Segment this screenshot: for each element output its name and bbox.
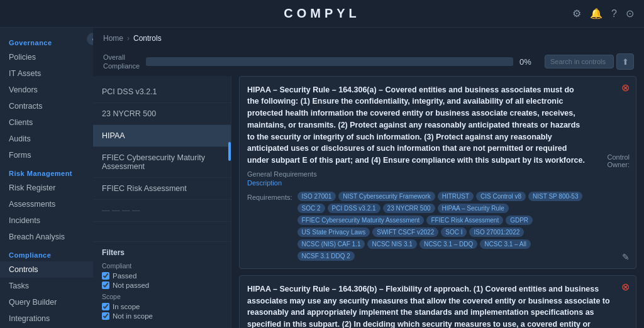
- breadcrumb-separator: ›: [127, 34, 130, 43]
- sidebar-section-governance: Governance: [0, 33, 93, 49]
- tag[interactable]: NCSC 3.1 – DDQ: [419, 239, 477, 249]
- search-controls: ⬆: [545, 53, 634, 70]
- sidebar-item-breach-analysis[interactable]: Breach Analysis: [0, 229, 93, 245]
- sidebar-item-controls[interactable]: Controls: [0, 261, 93, 278]
- compliance-bar: Overall Compliance 0% ⬆: [93, 49, 644, 76]
- scope-label: Scope: [102, 293, 222, 300]
- framework-item-23nycrr[interactable]: 23 NYCRR 500: [93, 103, 231, 125]
- sidebar-item-assessments[interactable]: Assessments: [0, 196, 93, 212]
- filter-in-scope[interactable]: In scope: [102, 303, 222, 310]
- control-card-1: HIPAA – Security Rule – 164.306(a) – Cov…: [239, 76, 636, 269]
- sidebar: ‹ Governance Policies IT Assets Vendors …: [0, 28, 93, 328]
- tag[interactable]: NIST Cybersecurity Framework: [338, 192, 435, 201]
- tag[interactable]: ISO 27001:2022: [469, 227, 524, 237]
- sidebar-item-audits[interactable]: Audits: [0, 131, 93, 147]
- sidebar-section-compliance: Compliance: [0, 245, 93, 261]
- tag[interactable]: ISO 27001: [297, 192, 336, 201]
- control-close-button-1[interactable]: ⊗: [621, 83, 630, 93]
- sidebar-item-clients[interactable]: Clients: [0, 114, 93, 131]
- user-icon[interactable]: ⊙: [626, 8, 634, 19]
- breadcrumb: Home › Controls: [93, 28, 644, 49]
- framework-item-ffiec-cyber[interactable]: FFIEC Cybersecurity Maturity Assessment: [93, 147, 231, 178]
- framework-list: PCI DSS v3.2.1 23 NYCRR 500 HIPAA FFIEC …: [93, 76, 231, 241]
- tag[interactable]: GDPR: [506, 216, 533, 225]
- control-title-1: HIPAA – Security Rule – 164.306(a) – Cov…: [247, 84, 586, 167]
- main-layout: ‹ Governance Policies IT Assets Vendors …: [0, 28, 644, 328]
- filter-not-in-scope-checkbox[interactable]: [102, 312, 109, 320]
- tag[interactable]: HIPAA – Security Rule: [438, 204, 509, 213]
- left-panel: PCI DSS v3.2.1 23 NYCRR 500 HIPAA FFIEC …: [93, 76, 231, 328]
- tag[interactable]: PCI DSS v3.2.1: [328, 204, 380, 213]
- framework-item-other[interactable]: — — — —: [93, 200, 231, 222]
- framework-item-pci[interactable]: PCI DSS v3.2.1: [93, 81, 231, 103]
- sidebar-section-risk: Risk Management: [0, 163, 93, 180]
- compliance-percent: 0%: [519, 57, 538, 67]
- breadcrumb-home[interactable]: Home: [103, 34, 123, 43]
- header-icons: ⚙ 🔔 ? ⊙: [572, 8, 634, 19]
- content-area: Home › Controls Overall Compliance 0% ⬆: [93, 28, 644, 328]
- sidebar-item-contracts[interactable]: Contracts: [0, 98, 93, 114]
- sidebar-item-incidents[interactable]: Incidents: [0, 212, 93, 229]
- right-panel: HIPAA – Security Rule – 164.306(a) – Cov…: [231, 76, 644, 328]
- tag[interactable]: FFIEC Risk Assessment: [426, 216, 503, 225]
- sidebar-item-vendors[interactable]: Vendors: [0, 82, 93, 98]
- tags-wrap-1: ISO 27001 NIST Cybersecurity Framework H…: [297, 192, 586, 261]
- settings-icon[interactable]: ⚙: [572, 8, 581, 19]
- tag[interactable]: FFIEC Cybersecurity Maturity Assessment: [297, 216, 425, 225]
- compliance-label: Overall Compliance: [103, 53, 140, 71]
- sidebar-item-tasks[interactable]: Tasks: [0, 278, 93, 294]
- help-icon[interactable]: ?: [611, 8, 617, 19]
- filter-not-in-scope[interactable]: Not in scope: [102, 312, 222, 320]
- control-card-2: HIPAA – Security Rule – 164.306(b) – Fle…: [239, 275, 636, 328]
- export-button[interactable]: ⬆: [616, 53, 634, 70]
- sidebar-item-query-builder[interactable]: Query Builder: [0, 294, 93, 310]
- search-input[interactable]: [545, 55, 614, 68]
- tag[interactable]: SOC I: [441, 227, 467, 237]
- filters-title: Filters: [102, 248, 222, 257]
- filter-passed[interactable]: Passed: [102, 272, 222, 280]
- tag[interactable]: 23 NYCRR 500: [383, 204, 435, 213]
- notification-icon[interactable]: 🔔: [590, 8, 602, 19]
- filter-passed-checkbox[interactable]: [102, 272, 109, 280]
- tag[interactable]: NIST SP 800-53: [528, 192, 582, 201]
- filters-section: Filters Compliant Passed Not passed Scop…: [93, 241, 231, 328]
- control-close-button-2[interactable]: ⊗: [621, 282, 630, 292]
- control-meta-1: General Requirements: [247, 170, 586, 178]
- sidebar-item-integrations[interactable]: Integrations: [0, 310, 93, 327]
- sidebar-item-it-assets[interactable]: IT Assets: [0, 65, 93, 82]
- compliance-progress-track: [146, 57, 513, 66]
- tag[interactable]: NCSC 3.1 – All: [480, 239, 531, 249]
- sidebar-item-risk-register[interactable]: Risk Register: [0, 180, 93, 196]
- tag[interactable]: NCSC (NIS) CAF 1.1: [297, 239, 365, 249]
- control-title-2: HIPAA – Security Rule – 164.306(b) – Fle…: [247, 283, 613, 328]
- tag[interactable]: HITRUST: [438, 192, 474, 201]
- control-desc-label-1: Description: [247, 179, 586, 187]
- framework-item-hipaa[interactable]: HIPAA: [93, 125, 231, 147]
- compliant-label: Compliant: [102, 262, 222, 270]
- tag[interactable]: CIS Control v8: [476, 192, 526, 201]
- scroll-indicator: [228, 142, 231, 161]
- tag[interactable]: US State Privacy Laws: [297, 227, 370, 237]
- top-header: COMPYL ⚙ 🔔 ? ⊙: [0, 0, 644, 28]
- tag[interactable]: NCSC NIS 3.1: [367, 239, 416, 249]
- two-column-layout: PCI DSS v3.2.1 23 NYCRR 500 HIPAA FFIEC …: [93, 76, 644, 328]
- control-owner-label-1: ControlOwner:: [608, 153, 630, 168]
- req-label-1: Requirements:: [247, 194, 292, 201]
- filter-not-passed-checkbox[interactable]: [102, 282, 109, 289]
- filter-not-passed[interactable]: Not passed: [102, 282, 222, 289]
- breadcrumb-current: Controls: [133, 34, 162, 43]
- tag[interactable]: SWIFT CSCF v2022: [372, 227, 438, 237]
- tag[interactable]: NCSF 3.1 DDQ 2: [297, 251, 355, 261]
- sidebar-item-policies[interactable]: Policies: [0, 49, 93, 65]
- logo: COMPYL: [284, 6, 360, 21]
- control-edit-button-1[interactable]: ✎: [622, 252, 630, 262]
- framework-item-ffiec-risk[interactable]: FFIEC Risk Assessment: [93, 178, 231, 200]
- filter-in-scope-checkbox[interactable]: [102, 303, 109, 310]
- tag[interactable]: SOC 2: [297, 204, 325, 213]
- requirements-row-1: Requirements: ISO 27001 NIST Cybersecuri…: [247, 192, 586, 261]
- sidebar-item-forms[interactable]: Forms: [0, 147, 93, 163]
